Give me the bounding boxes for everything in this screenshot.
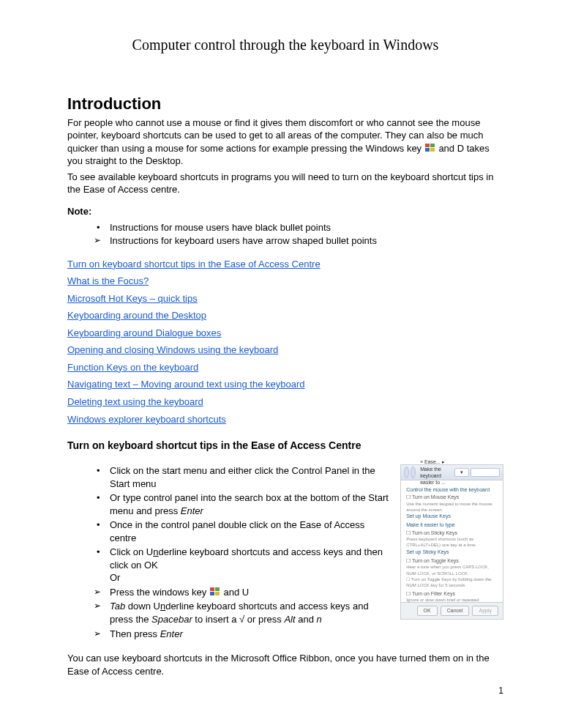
toc-link[interactable]: Keyboarding around Dialogue boxes xyxy=(67,327,503,340)
mouse-keys-link[interactable]: Set up Mouse Keys xyxy=(406,513,498,519)
sticky-keys-link[interactable]: Set up Sticky Keys xyxy=(406,549,498,555)
note-list: Instructions for mouse users have black … xyxy=(94,221,503,248)
step-item: Press the windows key and U xyxy=(94,586,393,599)
step-item: Tab down Underline keyboard shortcuts an… xyxy=(94,600,393,625)
mouse-keys-checkbox[interactable]: Turn on Mouse Keys xyxy=(406,494,498,500)
steps-list: Click on the start menu and either click… xyxy=(94,464,393,640)
intro-heading: Introduction xyxy=(67,93,503,115)
intro-paragraph-2: To see available keyboard shortcuts in p… xyxy=(67,171,503,196)
note-item: Instructions for keyboard users have arr… xyxy=(94,234,503,248)
back-button[interactable] xyxy=(404,467,409,478)
windows-logo-icon xyxy=(425,144,435,152)
search-area: ▾ xyxy=(454,468,500,477)
ease-of-access-dialog: « Ease... ▸ Make the keyboard easier to … xyxy=(400,464,503,620)
note-label: Note: xyxy=(67,205,503,218)
steps-list-container: Click on the start menu and either click… xyxy=(67,464,393,642)
note-item: Instructions for mouse users have black … xyxy=(94,221,503,234)
mouse-keys-desc: Use the numeric keypad to move the mouse… xyxy=(406,501,498,513)
filter-keys-desc: Ignore or slow down brief or repeated ke… xyxy=(406,597,498,602)
toc-link[interactable]: Function Keys on the keyboard xyxy=(67,361,503,374)
step-item: Or type control panel into the search bo… xyxy=(94,491,393,517)
intro-text-1a: For people who cannot use a mouse or fin… xyxy=(67,117,484,154)
steps-section: Click on the start menu and either click… xyxy=(67,464,503,642)
cancel-button[interactable]: Cancel xyxy=(441,606,470,615)
closing-paragraph: You can use keyboard shortcuts in the Mi… xyxy=(67,652,503,677)
toc-link[interactable]: Deleting text using the keyboard xyxy=(67,395,503,409)
step-item: Once in the control panel double click o… xyxy=(94,519,393,544)
section-mouse-title: Control the mouse with the keyboard xyxy=(406,486,498,493)
page-number: 1 xyxy=(67,685,503,697)
step-item: Click on the start menu and either click… xyxy=(94,464,393,490)
ok-button[interactable]: OK xyxy=(417,606,438,615)
toc-link[interactable]: Opening and closing Windows using the ke… xyxy=(67,343,503,357)
dialog-footer: OK Cancel Apply xyxy=(401,602,503,619)
sticky-keys-checkbox[interactable]: Turn on Sticky Keys xyxy=(406,530,498,536)
filter-keys-checkbox[interactable]: Turn on Filter Keys xyxy=(406,590,498,597)
toc-link[interactable]: Keyboarding around the Desktop xyxy=(67,309,503,322)
section-heading: Turn on keyboard shortcut tips in the Ea… xyxy=(67,439,503,453)
table-of-contents: Turn on keyboard shortcut tips in the Ea… xyxy=(67,258,503,426)
toggle-keys-checkbox[interactable]: Turn on Toggle Keys xyxy=(406,557,498,564)
toc-link[interactable]: Navigating text – Moving around text usi… xyxy=(67,378,503,391)
refresh-button[interactable]: ▾ xyxy=(454,468,469,477)
windows-logo-icon xyxy=(210,587,220,596)
forward-button[interactable] xyxy=(411,467,416,478)
search-input[interactable] xyxy=(471,468,500,477)
toc-link[interactable]: Windows explorer keyboard shortcuts xyxy=(67,413,503,426)
apply-button[interactable]: Apply xyxy=(472,606,498,615)
toc-link[interactable]: Turn on keyboard shortcut tips in the Ea… xyxy=(67,258,503,271)
dialog-body: Control the mouse with the keyboard Turn… xyxy=(401,480,503,602)
toggle-keys-numlock[interactable]: Turn on Toggle Keys by holding down the … xyxy=(406,576,498,588)
step-item: Click on Underline keyboard shortcuts an… xyxy=(94,546,393,584)
toc-link[interactable]: What is the Focus? xyxy=(67,275,503,288)
intro-paragraph-1: For people who cannot use a mouse or fin… xyxy=(67,116,503,168)
toggle-keys-desc1: Hear a tone when you press CAPS LOCK, NU… xyxy=(406,564,498,576)
page-title: Computer control through the keyboard in… xyxy=(67,35,503,55)
step-item: Then press Enter xyxy=(94,628,393,641)
breadcrumb[interactable]: « Ease... ▸ Make the keyboard easier to … xyxy=(420,458,454,486)
section-type-title: Make it easier to type xyxy=(406,521,498,528)
toc-link[interactable]: Microsoft Hot Keys – quick tips xyxy=(67,292,503,305)
dialog-titlebar: « Ease... ▸ Make the keyboard easier to … xyxy=(401,465,503,480)
page: Computer control through the keyboard in… xyxy=(0,0,562,726)
sticky-keys-desc: Press keyboard shortcuts (such as CTRL+A… xyxy=(406,536,498,548)
